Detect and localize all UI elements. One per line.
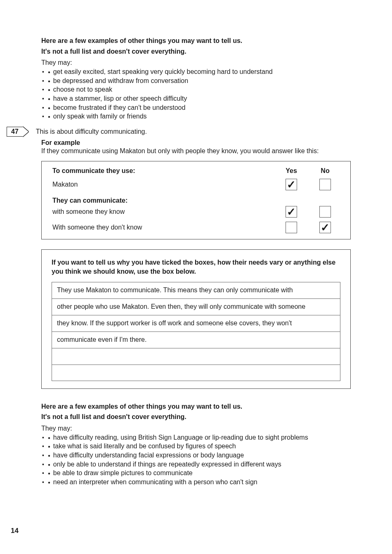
list-item: ● only speak with family or friends <box>42 112 351 121</box>
notes-textarea[interactable]: They use Makaton to communicate. This me… <box>52 282 340 381</box>
section1-bullet-list: ● get easily excited, start speaking ver… <box>41 67 351 121</box>
notes-line <box>52 365 340 381</box>
list-item: ● only be able to understand if things a… <box>42 460 351 469</box>
checkbox-makaton-no[interactable] <box>319 179 331 190</box>
list-item: ● need an interpreter when communicating… <box>42 478 351 487</box>
notes-line: other people who use Makaton. Even then,… <box>52 298 340 315</box>
list-item: ● have a stammer, lisp or other speech d… <box>42 94 351 103</box>
section2-heading1: Here are a few examples of other things … <box>41 402 351 411</box>
notes-line: they know. If the support worker is off … <box>52 315 340 331</box>
row-label-dont-know: With someone they don't know <box>52 224 274 231</box>
list-item: ● become frustrated if they can't be und… <box>42 103 351 112</box>
notes-heading: If you want to tell us why you have tick… <box>52 258 340 276</box>
example-intro: If they communicate using Makaton but on… <box>41 147 322 156</box>
list-item: ● take what is said literally and be con… <box>42 442 351 451</box>
column-yes: Yes <box>274 167 308 175</box>
list-item: ● choose not to speak <box>42 85 351 94</box>
section2-bullet-list: ● have difficulty reading, using British… <box>41 433 351 487</box>
list-item: ● have difficulty reading, using British… <box>42 433 351 442</box>
section1-heading2: It's not a full list and doesn't cover e… <box>41 47 351 56</box>
example-table-box: To communicate they use: Yes No Makaton … <box>41 161 351 239</box>
checkbox-know-yes[interactable]: ✓ <box>286 206 297 218</box>
notes-box: If you want to tell us why you have tick… <box>41 249 351 388</box>
section2-heading2: It's not a full list and doesn't cover e… <box>41 412 351 421</box>
notes-line <box>52 348 340 365</box>
section2: Here are a few examples of other things … <box>41 402 351 487</box>
checkbox-dontknow-no[interactable]: ✓ <box>319 222 331 233</box>
question-marker-row: 47 This is about difficulty communicatin… <box>7 127 351 137</box>
table-row: with someone they know ✓ <box>52 206 342 218</box>
list-item: ● have difficulty understanding facial e… <box>42 451 351 460</box>
section1-heading1: Here are a few examples of other things … <box>41 36 351 45</box>
section1-intro: They may: <box>41 59 351 66</box>
table-row: With someone they don't know ✓ <box>52 222 342 233</box>
row-label-makaton: Makaton <box>52 181 274 188</box>
table-header-row: To communicate they use: Yes No <box>52 167 342 175</box>
for-example-heading: For example <box>41 139 351 147</box>
table-subheader: They can communicate: <box>52 197 342 204</box>
column-no: No <box>308 167 342 175</box>
table-label-1: To communicate they use: <box>52 167 274 175</box>
list-item: ● be depressed and withdraw from convers… <box>42 76 351 85</box>
page-number: 14 <box>11 527 19 535</box>
question-number-badge: 47 <box>7 127 23 137</box>
list-item: ● be able to draw simple pictures to com… <box>42 469 351 478</box>
notes-line: They use Makaton to communicate. This me… <box>52 282 340 298</box>
checkbox-know-no[interactable] <box>319 206 331 218</box>
notes-line: communicate even if I'm there. <box>52 331 340 348</box>
list-item: ● get easily excited, start speaking ver… <box>42 67 351 76</box>
section2-intro: They may: <box>41 425 351 432</box>
page-content: Here are a few examples of other things … <box>0 0 392 503</box>
chevron-right-icon <box>23 127 28 137</box>
table-label-2: They can communicate: <box>52 197 274 204</box>
row-label-know: with someone they know <box>52 208 274 215</box>
checkbox-makaton-yes[interactable]: ✓ <box>286 179 297 190</box>
table-row: Makaton ✓ <box>52 179 342 190</box>
question-text: This is about difficulty communicating. <box>36 128 147 135</box>
checkbox-dontknow-yes[interactable] <box>286 222 297 233</box>
